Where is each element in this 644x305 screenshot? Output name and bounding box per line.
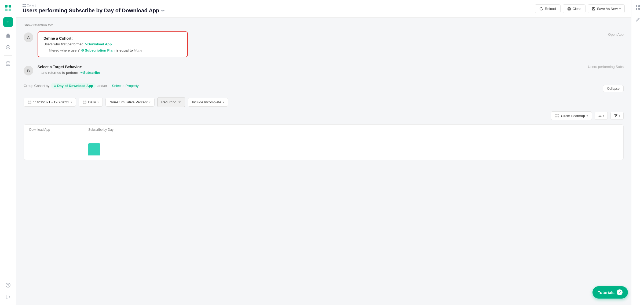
date-range-button[interactable]: 11/23/2021 - 12/7/2021 ▾ xyxy=(24,98,76,107)
subscribe-link[interactable]: ∿ Subscribe xyxy=(80,71,100,75)
svg-rect-23 xyxy=(636,5,637,7)
download-chevron: ▾ xyxy=(603,114,604,117)
metric-chevron: ▾ xyxy=(149,101,151,104)
day-of-download-app-chip[interactable]: ⊙ Day of Download App xyxy=(51,83,96,89)
app-logo xyxy=(3,3,13,13)
property-chip-icon: ⊙ xyxy=(54,84,56,88)
sidebar-item-database[interactable] xyxy=(3,59,13,68)
calendar-icon xyxy=(28,100,31,104)
header: Cohort Users performing Subscribe by Day… xyxy=(16,0,631,18)
edit-title-icon[interactable]: ✏ xyxy=(161,9,164,13)
none-value: None xyxy=(134,48,142,52)
save-as-new-button[interactable]: Save As New ▾ xyxy=(588,4,625,13)
table-area: Download App Subscribe by Day xyxy=(24,124,624,160)
include-incomplete-button[interactable]: Include Incomplete ▾ xyxy=(188,98,228,107)
right-sidebar-edit-icon[interactable] xyxy=(634,15,642,24)
frequency-chevron: ▾ xyxy=(97,101,99,104)
svg-rect-11 xyxy=(23,6,24,7)
cohort-definition-box: Define a Cohort: Users who first perform… xyxy=(38,31,188,57)
page-title: Users performing Subscribe by Day of Dow… xyxy=(23,8,164,14)
filter-icon xyxy=(614,114,618,118)
header-left: Cohort Users performing Subscribe by Day… xyxy=(23,4,164,14)
clear-icon xyxy=(567,7,571,11)
svg-rect-17 xyxy=(28,101,31,104)
svg-rect-26 xyxy=(638,8,640,10)
sidebar-item-compass[interactable] xyxy=(3,42,13,52)
section-b-badge: B xyxy=(24,66,33,75)
right-sidebar-grid-icon[interactable] xyxy=(634,3,642,12)
svg-rect-18 xyxy=(83,101,86,104)
select-target-title: Select a Target Behavior: xyxy=(38,65,100,69)
svg-rect-0 xyxy=(5,5,8,8)
svg-rect-1 xyxy=(9,5,11,8)
main-content: Cohort Users performing Subscribe by Day… xyxy=(16,0,631,305)
metric-button[interactable]: Non-Cumulative Percent ▾ xyxy=(105,98,155,107)
svg-rect-9 xyxy=(23,4,24,5)
visualization-controls-row: Circle Heatmap ▾ ▾ ▾ xyxy=(24,111,624,120)
download-app-link[interactable]: ∿ Download App xyxy=(85,42,112,46)
open-app-label[interactable]: Open App xyxy=(608,31,624,37)
group-cohort-row: Group Cohort by ⊙ Day of Download App an… xyxy=(24,83,139,89)
reload-button[interactable]: Reload xyxy=(535,4,560,13)
users-performing-subs-label[interactable]: Users performing Subs xyxy=(588,65,624,69)
chart-area xyxy=(88,139,618,155)
collapse-button[interactable]: Collapse xyxy=(603,85,624,92)
breadcrumb: Cohort xyxy=(23,4,164,7)
circle-heatmap-icon xyxy=(555,114,559,118)
sidebar-item-help[interactable] xyxy=(3,280,13,290)
svg-point-5 xyxy=(8,47,9,48)
save-dropdown-chevron[interactable]: ▾ xyxy=(619,7,621,10)
svg-rect-24 xyxy=(638,5,640,7)
svg-point-20 xyxy=(558,114,559,115)
cohort-first-performed-row: Users who first performed ∿ Download App xyxy=(43,42,182,46)
recurring-button[interactable]: Recurring ☞ xyxy=(157,97,185,107)
sidebar-item-logout[interactable] xyxy=(3,292,13,302)
section-b: B Select a Target Behavior: ... and retu… xyxy=(24,65,624,75)
svg-rect-13 xyxy=(568,8,570,10)
left-sidebar: + xyxy=(0,0,16,305)
sidebar-item-home[interactable] xyxy=(3,31,13,40)
section-a-content: Define a Cohort: Users who first perform… xyxy=(38,31,624,57)
clear-button[interactable]: Clear xyxy=(563,4,586,13)
add-button[interactable]: + xyxy=(3,17,13,27)
frequency-calendar-icon xyxy=(83,100,86,104)
controls-row: 11/23/2021 - 12/7/2021 ▾ Daily ▾ Non-Cum… xyxy=(24,97,624,107)
event-wave-icon: ∿ xyxy=(85,42,87,46)
filter-button[interactable]: ▾ xyxy=(610,112,624,120)
page-body: Show retention for: A Define a Cohort: U… xyxy=(16,18,631,305)
table-body xyxy=(24,135,623,160)
svg-point-22 xyxy=(558,116,559,118)
subscription-plan-link[interactable]: ⚙ Subscription Plan xyxy=(81,48,115,52)
chart-bar-1 xyxy=(88,143,100,155)
header-actions: Reload Clear Save As New ▾ xyxy=(535,4,625,13)
download-icon xyxy=(598,114,602,118)
define-cohort-title: Define a Cohort: xyxy=(43,36,182,41)
download-button[interactable]: ▾ xyxy=(595,112,608,120)
tutorials-button[interactable]: Tutorials ✓ xyxy=(592,286,628,299)
add-property-link[interactable]: + Select a Property xyxy=(109,84,139,88)
show-retention-label: Show retention for: xyxy=(24,23,624,27)
user-property-icon: ⚙ xyxy=(81,48,84,52)
circle-heatmap-chevron: ▾ xyxy=(587,114,588,117)
table-header: Download App Subscribe by Day xyxy=(24,125,623,135)
target-behavior-row: ... and returned to perform ∿ Subscribe xyxy=(38,71,100,75)
subscribe-event-icon: ∿ xyxy=(80,71,83,74)
tutorials-check-icon: ✓ xyxy=(617,289,623,295)
svg-rect-15 xyxy=(593,8,594,9)
breadcrumb-text: Cohort xyxy=(27,4,36,7)
svg-rect-2 xyxy=(5,9,8,11)
svg-rect-25 xyxy=(636,8,637,10)
svg-point-19 xyxy=(555,114,557,115)
svg-point-21 xyxy=(555,116,557,118)
svg-rect-10 xyxy=(24,4,26,5)
frequency-button[interactable]: Daily ▾ xyxy=(79,98,103,107)
section-a: A Define a Cohort: Users who first perfo… xyxy=(24,31,624,57)
right-sidebar xyxy=(631,0,644,305)
include-incomplete-chevron: ▾ xyxy=(223,101,224,104)
svg-rect-12 xyxy=(24,6,26,7)
grid-icon xyxy=(23,4,26,7)
svg-rect-3 xyxy=(9,9,11,11)
svg-point-8 xyxy=(8,286,8,287)
svg-rect-16 xyxy=(592,9,595,10)
circle-heatmap-button[interactable]: Circle Heatmap ▾ xyxy=(551,111,592,120)
